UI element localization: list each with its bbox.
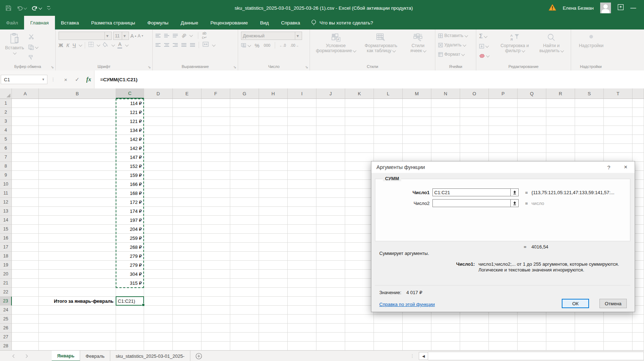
cell-G19[interactable]	[230, 261, 259, 270]
sort-filter-button[interactable]: АЯ Сортировка и фильтр	[497, 32, 532, 63]
cell-J6[interactable]	[316, 144, 345, 153]
formula-input[interactable]: =СУММ(C1:C21)	[94, 70, 644, 88]
tell-me-box[interactable]: Что вы хотите сделать?	[306, 16, 373, 29]
cell-C5[interactable]: 142 ₽	[116, 135, 144, 144]
cell-N26[interactable]	[431, 324, 460, 333]
ok-button[interactable]: ОК	[562, 299, 589, 308]
cell-A17[interactable]	[12, 243, 39, 252]
cell-M5[interactable]	[403, 135, 431, 144]
align-top-button[interactable]	[156, 34, 161, 37]
cell-T25[interactable]	[604, 315, 633, 324]
cell-G5[interactable]	[230, 135, 259, 144]
cell-B3[interactable]	[39, 117, 116, 126]
cell-O1[interactable]	[460, 99, 489, 108]
ribbon-tab-данные[interactable]: Данные	[175, 16, 204, 29]
cell-D18[interactable]	[144, 252, 173, 261]
cell-L1[interactable]	[374, 99, 403, 108]
font-color-dropdown[interactable]	[125, 43, 129, 47]
row-header-25[interactable]: 25	[0, 315, 12, 324]
cell-J26[interactable]	[316, 324, 345, 333]
cell-F3[interactable]	[201, 117, 230, 126]
cell-K28[interactable]	[345, 342, 374, 350]
borders-dropdown[interactable]	[97, 43, 101, 47]
cell-L5[interactable]	[374, 135, 403, 144]
cell-M4[interactable]	[403, 126, 431, 135]
borders-button[interactable]	[88, 42, 94, 49]
arg1-collapse-button[interactable]	[511, 188, 519, 196]
align-left-button[interactable]	[156, 43, 161, 47]
number-format-combo[interactable]: Денежный▾	[241, 32, 302, 40]
cell-T5[interactable]	[604, 135, 633, 144]
cell-D24[interactable]	[144, 306, 173, 315]
cell-A5[interactable]	[12, 135, 39, 144]
cell-B8[interactable]	[39, 162, 116, 171]
copy-button[interactable]	[28, 43, 38, 51]
arg2-field[interactable]	[432, 199, 511, 207]
row-header-28[interactable]: 28	[0, 342, 12, 350]
new-sheet-button[interactable]	[190, 351, 207, 361]
cell-K10[interactable]	[345, 180, 374, 189]
cell-E10[interactable]	[173, 180, 201, 189]
orientation-button[interactable]: ab	[180, 32, 187, 39]
cell-J8[interactable]	[316, 162, 345, 171]
cell-A25[interactable]	[12, 315, 39, 324]
cell-K19[interactable]	[345, 261, 374, 270]
cell-B18[interactable]	[39, 252, 116, 261]
cell-N7[interactable]	[431, 153, 460, 162]
cell-A21[interactable]	[12, 279, 39, 288]
cell-C16[interactable]: 259 ₽	[116, 234, 144, 243]
row-header-13[interactable]: 13	[0, 207, 12, 216]
cell-F21[interactable]	[201, 279, 230, 288]
cell-N1[interactable]	[431, 99, 460, 108]
cell-P27[interactable]	[489, 333, 518, 342]
cell-K1[interactable]	[345, 99, 374, 108]
cell-T7[interactable]	[604, 153, 633, 162]
find-select-button[interactable]: Найти и выделить	[534, 32, 568, 63]
cell-K20[interactable]	[345, 270, 374, 279]
cell-F14[interactable]	[201, 216, 230, 225]
cell-K26[interactable]	[345, 324, 374, 333]
font-size-combo[interactable]: 11▾	[113, 32, 129, 40]
cell-H3[interactable]	[259, 117, 288, 126]
cell-R1[interactable]	[546, 99, 575, 108]
cell-M26[interactable]	[403, 324, 431, 333]
cell-C1[interactable]: 114 ₽	[116, 99, 144, 108]
dialog-close-icon[interactable]: ×	[624, 164, 627, 171]
cell-E28[interactable]	[173, 342, 201, 350]
row-header-19[interactable]: 19	[0, 261, 12, 270]
cell-B5[interactable]	[39, 135, 116, 144]
cell-I22[interactable]	[288, 288, 316, 297]
cell-C10[interactable]: 166 ₽	[116, 180, 144, 189]
cell-K3[interactable]	[345, 117, 374, 126]
next-sheet-arrow[interactable]	[24, 354, 28, 358]
cell-D7[interactable]	[144, 153, 173, 162]
user-name[interactable]: Елена Безман	[563, 5, 594, 11]
cell-H15[interactable]	[259, 225, 288, 234]
cell-E21[interactable]	[173, 279, 201, 288]
cell-T27[interactable]	[604, 333, 633, 342]
cell-Q26[interactable]	[518, 324, 546, 333]
sheet-tab-Февраль[interactable]: Февраль	[80, 351, 110, 361]
cell-N2[interactable]	[431, 108, 460, 117]
formula-bar-splitter[interactable]: ⋮	[51, 77, 55, 82]
cell-N27[interactable]	[431, 333, 460, 342]
cell-B9[interactable]	[39, 171, 116, 180]
ribbon-tab-вид[interactable]: Вид	[254, 16, 275, 29]
user-avatar[interactable]	[600, 3, 611, 13]
insert-function-button[interactable]: fx	[83, 76, 94, 83]
cell-A4[interactable]	[12, 126, 39, 135]
cell-D8[interactable]	[144, 162, 173, 171]
warning-icon[interactable]	[548, 4, 556, 12]
cell-G11[interactable]	[230, 189, 259, 198]
cell-I2[interactable]	[288, 108, 316, 117]
cell-P6[interactable]	[489, 144, 518, 153]
cell-H23[interactable]	[259, 297, 288, 306]
cell-S4[interactable]	[575, 126, 604, 135]
clipboard-dialog-launcher[interactable]: ⇘	[51, 65, 54, 69]
cell-K25[interactable]	[345, 315, 374, 324]
cell-J25[interactable]	[316, 315, 345, 324]
cell-A22[interactable]	[12, 288, 39, 297]
cell-S2[interactable]	[575, 108, 604, 117]
cell-E19[interactable]	[173, 261, 201, 270]
cell-R2[interactable]	[546, 108, 575, 117]
